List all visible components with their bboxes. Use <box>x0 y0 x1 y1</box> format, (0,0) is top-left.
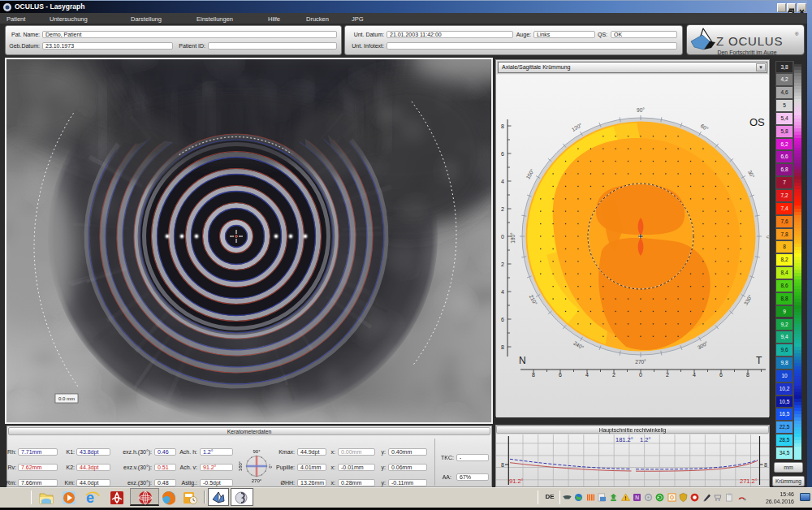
svg-text:2: 2 <box>501 261 504 267</box>
svg-text:®: ® <box>795 32 799 37</box>
svg-text:180°: 180° <box>238 460 243 471</box>
svg-text:2: 2 <box>501 206 504 212</box>
svg-text:O: O <box>670 495 674 500</box>
svg-text:8: 8 <box>501 344 504 350</box>
svg-text:T: T <box>756 355 762 366</box>
svg-text:2: 2 <box>666 372 669 378</box>
svg-text:6: 6 <box>559 372 562 378</box>
svg-text:N: N <box>635 495 639 500</box>
svg-text:270°: 270° <box>252 478 262 483</box>
svg-text:4: 4 <box>501 179 504 184</box>
svg-text:1.2°: 1.2° <box>640 436 650 443</box>
svg-text:Z OCULUS: Z OCULUS <box>716 34 783 48</box>
svg-text:6: 6 <box>501 151 504 157</box>
svg-text:0°: 0° <box>766 236 769 241</box>
svg-text:0°: 0° <box>268 465 273 469</box>
svg-text:90°: 90° <box>637 107 645 113</box>
svg-text:6: 6 <box>501 317 504 322</box>
svg-text:2: 2 <box>612 372 615 378</box>
svg-text:271.2°: 271.2° <box>740 478 758 485</box>
svg-text:Den Fortschritt im Auge: Den Fortschritt im Auge <box>717 50 776 56</box>
svg-text:8: 8 <box>764 462 767 468</box>
svg-text:90°: 90° <box>253 449 261 454</box>
svg-text:4: 4 <box>501 289 504 295</box>
svg-text:4: 4 <box>585 372 589 378</box>
svg-text:8: 8 <box>746 372 749 378</box>
svg-text:8: 8 <box>501 123 504 129</box>
svg-text:8: 8 <box>501 462 504 468</box>
svg-text:8: 8 <box>532 372 535 378</box>
svg-text:4: 4 <box>693 372 696 378</box>
svg-text:0: 0 <box>501 234 504 240</box>
svg-text:91.2°: 91.2° <box>509 478 524 485</box>
svg-text:0: 0 <box>639 372 642 378</box>
svg-text:0.0 mm: 0.0 mm <box>58 396 75 401</box>
svg-text:N: N <box>519 355 526 366</box>
svg-text:6: 6 <box>719 372 723 378</box>
svg-text:181.2°: 181.2° <box>615 436 633 443</box>
svg-text:270°: 270° <box>635 359 646 365</box>
svg-text:180°: 180° <box>510 232 516 244</box>
svg-text:OS: OS <box>749 116 765 128</box>
